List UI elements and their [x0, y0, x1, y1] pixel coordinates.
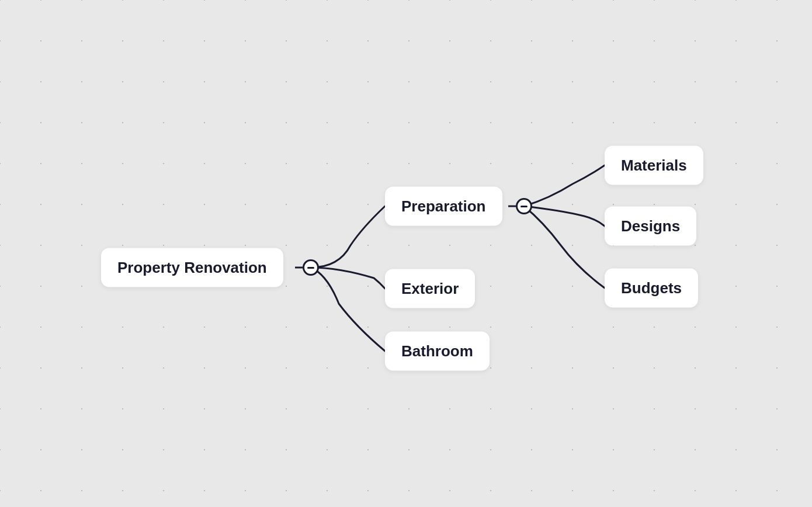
toggle-preparation[interactable] [516, 198, 532, 214]
toggle-root[interactable] [303, 259, 319, 276]
node-exterior[interactable]: Exterior [385, 269, 475, 308]
svg-line-2 [532, 165, 605, 206]
node-root[interactable]: Property Renovation [101, 248, 283, 287]
node-bathroom[interactable]: Bathroom [385, 332, 490, 371]
node-preparation[interactable]: Preparation [385, 187, 502, 226]
node-budgets[interactable]: Budgets [605, 269, 698, 308]
mindmap-canvas: Property Renovation Preparation Exterior… [0, 0, 812, 507]
node-designs[interactable]: Designs [605, 207, 696, 246]
node-materials[interactable]: Materials [605, 146, 703, 185]
